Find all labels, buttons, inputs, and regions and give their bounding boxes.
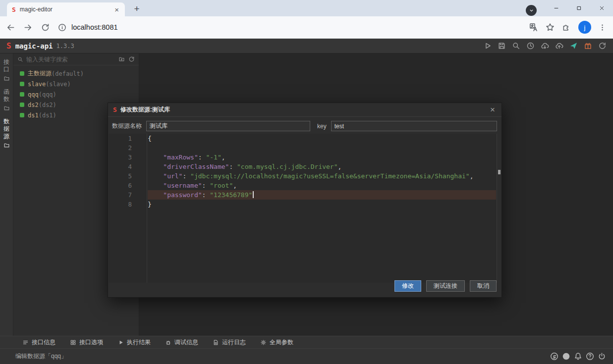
code-line[interactable]: "username": "root", [148,181,496,190]
browser-tab[interactable]: S magic-editor × [7,2,125,16]
sidebar-tab-function[interactable]: 函数 [0,88,13,111]
datasource-status-dot [20,92,24,97]
folder-plus-icon[interactable] [118,56,125,62]
datasource-item[interactable]: qqq(qqq) [13,89,139,100]
datasource-status-dot [20,82,24,86]
code-line[interactable]: "maxRows": "-1", [148,153,496,162]
search-icon[interactable] [512,42,520,50]
bell-icon[interactable] [574,352,582,361]
tab-debug-info[interactable]: 调试信息 [165,338,198,347]
datasource-name: qqq [28,91,39,98]
browser-titlebar: S magic-editor × + [0,0,613,16]
profile-avatar[interactable]: j [578,21,591,34]
maximize-icon [576,5,582,11]
forward-icon[interactable] [23,23,33,32]
grid-icon [70,339,76,346]
editor-scrollbar[interactable] [497,134,501,283]
app-header: S magic-api 1.3.3 [0,39,613,53]
datasource-name: ds1 [28,112,39,119]
bottom-toolbar: 接口信息接口选项执行结果调试信息运行日志全局参数 [0,336,613,348]
json-editor[interactable]: 12345678 { "maxRows": "-1", "driverClass… [109,134,501,283]
datasource-name: ds2 [28,102,39,108]
code-line[interactable]: } [148,200,496,209]
chrome-status-button[interactable] [526,5,537,16]
magic-api-logo: S [6,41,11,51]
menu-dots-icon[interactable] [599,24,606,31]
code-token: "password" [163,191,202,199]
cancel-button[interactable]: 取消 [470,280,497,292]
gear-icon [260,339,267,346]
nav-buttons [6,23,50,32]
code-line[interactable] [148,143,496,153]
address-bar[interactable]: localhost:8081 [58,23,529,32]
sidebar-tab-label-char: 数 [3,96,9,103]
maximize-button[interactable] [567,0,590,16]
folder-icon [3,75,10,82]
tab-api-info[interactable]: 接口信息 [22,338,56,347]
help-icon[interactable] [586,352,594,361]
back-icon[interactable] [6,23,15,32]
line-number: 1 [109,134,147,143]
sidebar-tab-label-char: 源 [3,133,9,140]
url-text[interactable]: localhost:8081 [71,23,118,31]
new-tab-button[interactable]: + [131,3,143,15]
tree-actions [118,56,135,62]
code-token: } [148,201,152,208]
extensions-icon[interactable] [562,23,571,32]
status-icons [550,352,606,361]
push-icon[interactable] [569,42,578,50]
power-icon[interactable] [598,352,606,361]
datasource-key: (slave) [46,81,71,88]
code-token: "com.mysql.cj.jdbc.Driver" [237,163,338,170]
datasource-status-dot [20,113,24,117]
code-token: , [338,163,342,170]
star-icon[interactable] [546,23,555,32]
code-token [148,172,163,180]
tab-api-options[interactable]: 接口选项 [70,338,103,347]
tab-run-result[interactable]: 执行结果 [117,338,151,347]
datasource-item[interactable]: slave(slave) [13,79,139,89]
plugin-icon[interactable] [584,42,592,50]
github-icon[interactable] [562,352,570,361]
history-icon[interactable] [526,42,535,50]
code-area[interactable]: { "maxRows": "-1", "driverClassName": "c… [148,134,496,283]
toolbar-tab-label: 执行结果 [127,338,151,347]
refresh-icon[interactable] [598,42,607,50]
folder-icon [3,142,10,149]
gitee-icon[interactable] [550,352,558,361]
sidebar-tab-api[interactable]: 接口 [0,58,13,82]
run-icon[interactable] [483,42,492,50]
code-line[interactable]: "password": "123456789" [148,190,496,200]
code-line[interactable]: "url": "jdbc:mysql://localhost/magic?use… [148,171,496,181]
cloud-upload-icon[interactable] [555,42,563,50]
test-connection-button[interactable]: 测试连接 [426,280,465,292]
tree-search-input[interactable] [26,56,115,63]
toolbar-tab-label: 接口信息 [32,338,56,347]
datasource-name: slave [28,81,46,88]
code-line[interactable]: { [148,134,496,143]
page-info-icon[interactable] [58,23,66,32]
refresh-icon[interactable] [128,56,135,62]
header-toolbar [483,42,607,50]
tab-global-params[interactable]: 全局参数 [260,338,293,347]
code-token: "root" [210,182,233,189]
cloud-download-icon[interactable] [541,42,549,50]
modify-button[interactable]: 修改 [394,280,421,292]
datasource-key-input[interactable] [331,121,497,131]
datasource-name-input[interactable] [146,121,310,131]
save-icon[interactable] [498,42,506,50]
code-line[interactable]: "driverClassName": "com.mysql.cj.jdbc.Dr… [148,162,496,171]
tab-run-log[interactable]: 运行日志 [213,338,246,347]
translate-icon[interactable] [529,23,538,32]
close-button[interactable] [590,0,613,16]
code-token: "driverClassName" [163,163,229,170]
tab-close-icon[interactable]: × [113,6,120,13]
reload-icon[interactable] [41,23,50,32]
dialog-form: 数据源名称 key [112,121,497,131]
datasource-item[interactable]: 主数据源(default) [13,68,139,79]
line-number: 6 [109,181,147,190]
sidebar-tab-datasource[interactable]: 数据源 [0,118,13,149]
minimize-button[interactable] [545,0,567,16]
datasource-key: (ds1) [39,112,56,119]
dialog-close-icon[interactable]: × [489,105,497,114]
